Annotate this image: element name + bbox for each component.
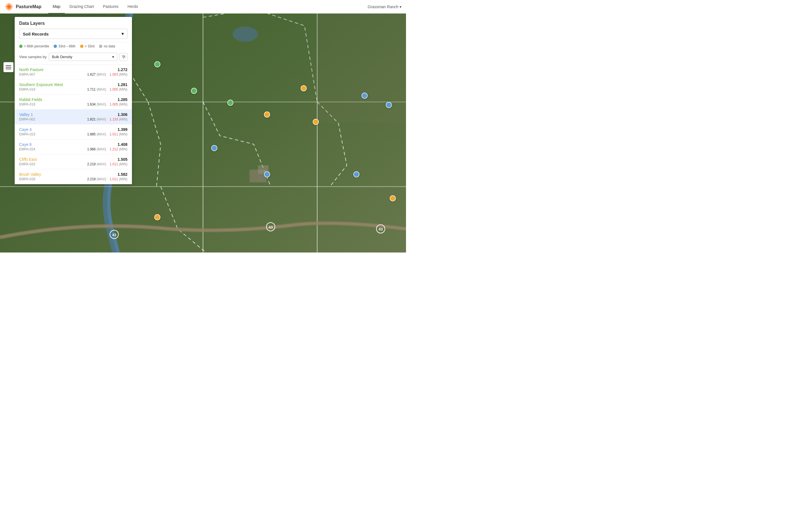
- map-dot-orange1[interactable]: [390, 195, 396, 201]
- pasture-id-4: EMPA-023: [19, 132, 85, 136]
- svg-rect-19: [317, 14, 406, 123]
- ranch-chevron: ▾: [399, 5, 401, 9]
- view-by-row: View samples by Bulk Density ▾: [15, 50, 132, 64]
- pasture-value-1: 1.281: [117, 82, 127, 87]
- pasture-name-4: Caye 4: [19, 127, 32, 132]
- pasture-max-3: 1.821 (MAX): [87, 117, 106, 121]
- pasture-min-7: 1.011 (MIN): [110, 177, 127, 181]
- view-by-dropdown[interactable]: Bulk Density ▾: [49, 53, 117, 61]
- pasture-brush-valley[interactable]: Brush Valley 1.582 EMPA-028 2.219 (MAX) …: [15, 169, 132, 184]
- pasture-caye4[interactable]: Caye 4 1.399 EMPA-023 1.885 (MAX) 1.011 …: [15, 125, 132, 139]
- legend-above66: > 66th percentile: [19, 44, 49, 48]
- pasture-id-6: EMPA-033: [19, 162, 85, 166]
- pasture-max-7: 2.219 (MAX): [87, 177, 106, 181]
- svg-text:43: 43: [268, 225, 273, 229]
- svg-text:43: 43: [378, 227, 383, 231]
- pasture-value-0: 1.272: [117, 67, 127, 72]
- legend-label-below33: < 33rd: [85, 44, 94, 48]
- legend-dot-orange: [80, 44, 83, 48]
- map-dot-brush[interactable]: [211, 145, 217, 151]
- pasture-value-5: 1.408: [117, 142, 127, 147]
- map-dot-cliffs2[interactable]: [264, 171, 270, 177]
- legend: > 66th percentile 33rd – 66th < 33rd no …: [15, 42, 132, 50]
- nav-pastures[interactable]: Pastures: [98, 0, 123, 14]
- pasture-southern-exposure[interactable]: Southern Exposure West 1.281 EMPA-018 1.…: [15, 79, 132, 95]
- pasture-max-6: 2.219 (MAX): [87, 162, 106, 166]
- filter-icon: [121, 55, 126, 59]
- legend-label-nodata: no data: [104, 44, 115, 48]
- pasture-name-1: Southern Exposure West: [19, 82, 63, 87]
- pasture-min-0: 1.003 (MIN): [110, 72, 127, 76]
- pasture-max-1: 1.711 (MAX): [87, 88, 106, 92]
- pasture-min-6: 1.011 (MIN): [110, 162, 127, 166]
- legend-nodata: no data: [99, 44, 115, 48]
- svg-rect-24: [6, 68, 11, 69]
- dropdown-value: Soil Records: [23, 32, 49, 36]
- pasture-min-5: 1.212 (MIN): [110, 147, 127, 151]
- svg-rect-22: [6, 65, 11, 66]
- data-layers-panel: Data Layers Soil Records ▾ > 66th percen…: [15, 17, 132, 184]
- pasture-name-5: Caye 6: [19, 142, 32, 147]
- panel-header: Data Layers Soil Records ▾: [15, 17, 132, 42]
- legend-33-66: 33rd – 66th: [54, 44, 75, 48]
- pasture-north-pasture[interactable]: North Pasture 1.272 EMPA-007 1.627 (MAX)…: [15, 64, 132, 79]
- logo-icon: [5, 2, 14, 11]
- pasture-id-1: EMPA-018: [19, 88, 85, 92]
- pasture-id-3: EMPA-002: [19, 117, 85, 121]
- pasture-value-6: 1.505: [117, 157, 127, 162]
- legend-below33: < 33rd: [80, 44, 94, 48]
- svg-text:43: 43: [112, 233, 116, 237]
- filter-sort-button[interactable]: [119, 53, 127, 61]
- pasture-min-2: 1.005 (MIN): [110, 103, 127, 106]
- pasture-max-2: 1.634 (MAX): [87, 103, 106, 106]
- pasture-id-7: EMPA-028: [19, 177, 85, 181]
- pasture-min-4: 1.011 (MIN): [110, 132, 127, 136]
- ranch-name: Grassman Ranch: [368, 5, 398, 9]
- pasture-id-2: EMPA-019: [19, 103, 85, 106]
- pasture-name-6: Cliffs East: [19, 157, 37, 162]
- nav-grazing-chart[interactable]: Grazing Chart: [65, 0, 98, 14]
- logo-text: PastureMap: [16, 4, 41, 9]
- pasture-rabbit-fields[interactable]: Rabbit Fields 1.285 EMPA-019 1.634 (MAX)…: [15, 95, 132, 110]
- pasture-value-3: 1.306: [117, 112, 127, 117]
- legend-label-33-66: 33rd – 66th: [58, 44, 75, 48]
- navbar: PastureMap Map Grazing Chart Pastures He…: [0, 0, 406, 14]
- pasture-max-5: 1.966 (MAX): [87, 147, 106, 151]
- legend-label-above66: > 66th percentile: [24, 44, 49, 48]
- soil-records-dropdown[interactable]: Soil Records ▾: [19, 29, 127, 39]
- pasture-id-0: EMPA-007: [19, 72, 85, 76]
- map-dot-caye6[interactable]: [313, 119, 319, 125]
- svg-rect-18: [203, 14, 317, 102]
- view-by-label: View samples by: [19, 55, 46, 59]
- map-dot-cliffs-east-1[interactable]: [301, 85, 307, 92]
- map-dot-southern[interactable]: [191, 88, 197, 94]
- legend-dot-green: [19, 44, 23, 48]
- pasture-cliffs-east[interactable]: Cliffs East 1.505 EMPA-033 2.219 (MAX) 1…: [15, 154, 132, 169]
- legend-dot-gray: [99, 44, 102, 48]
- view-by-chevron: ▾: [112, 55, 114, 59]
- svg-rect-23: [6, 67, 11, 68]
- pasture-name-0: North Pasture: [19, 67, 43, 72]
- logo[interactable]: PastureMap: [5, 2, 41, 11]
- pasture-id-5: EMPA-024: [19, 147, 85, 151]
- pasture-valley1[interactable]: Valley 1 1.306 EMPA-002 1.821 (MAX) 1.13…: [15, 110, 132, 125]
- nav-herds[interactable]: Herds: [123, 0, 143, 14]
- pasture-max-4: 1.885 (MAX): [87, 132, 106, 136]
- nav-map[interactable]: Map: [48, 0, 65, 14]
- layers-icon: [6, 64, 11, 70]
- pasture-value-4: 1.399: [117, 127, 127, 132]
- map-dot-cliffs3[interactable]: [353, 171, 359, 177]
- pasture-min-3: 1.133 (MIN): [110, 117, 127, 121]
- pasture-value-7: 1.582: [117, 172, 127, 177]
- pasture-value-2: 1.285: [117, 97, 127, 102]
- map-dot-valley-1[interactable]: [361, 93, 368, 99]
- pasture-caye6[interactable]: Caye 6 1.408 EMPA-024 1.966 (MAX) 1.212 …: [15, 139, 132, 154]
- dropdown-chevron: ▾: [121, 31, 124, 36]
- legend-dot-blue: [54, 44, 57, 48]
- view-by-value: Bulk Density: [52, 55, 72, 59]
- pasture-list: North Pasture 1.272 EMPA-007 1.627 (MAX)…: [15, 64, 132, 184]
- pasture-max-0: 1.627 (MAX): [87, 72, 106, 76]
- layers-button[interactable]: [3, 62, 14, 72]
- ranch-selector[interactable]: Grassman Ranch ▾: [368, 5, 401, 9]
- pasture-name-3: Valley 1: [19, 112, 33, 117]
